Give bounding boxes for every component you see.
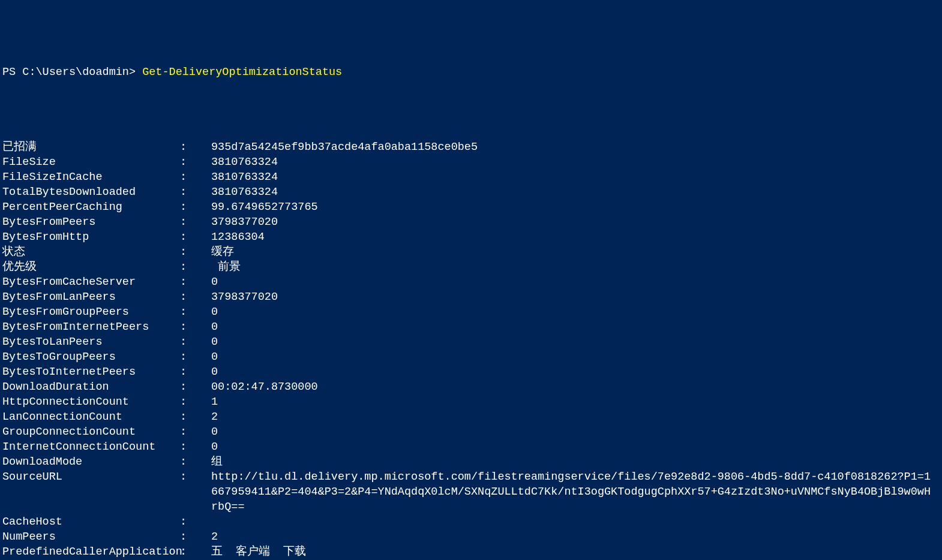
prompt-prefix: PS C:\Users\doadmin> xyxy=(2,65,142,80)
field-label: PredefinedCallerApplication xyxy=(2,544,180,559)
field-separator: : xyxy=(180,230,211,245)
field-separator: : xyxy=(180,514,211,529)
output-row: PercentPeerCaching: 99.6749652773765 xyxy=(2,200,940,215)
field-label: BytesToLanPeers xyxy=(2,335,180,350)
field-label: BytesFromHttp xyxy=(2,230,180,245)
output-row: HttpConnectionCount: 1 xyxy=(2,395,940,410)
field-value: 00:02:47.8730000 xyxy=(211,380,940,395)
field-value: 3810763324 xyxy=(211,170,940,185)
output-row: 已招满: 935d7a54245ef9bb37acde4afa0aba1158c… xyxy=(2,140,940,155)
field-value: 935d7a54245ef9bb37acde4afa0aba1158ce0be5 xyxy=(211,140,940,155)
field-value: 0 xyxy=(211,305,940,320)
field-label: BytesFromGroupPeers xyxy=(2,305,180,320)
field-label: 已招满 xyxy=(2,140,180,155)
field-value: 2 xyxy=(211,529,940,544)
field-label: BytesToGroupPeers xyxy=(2,350,180,365)
output-row: FileSizeInCache: 3810763324 xyxy=(2,170,940,185)
field-separator: : xyxy=(180,305,211,320)
field-value: 0 xyxy=(211,424,940,439)
output-row: InternetConnectionCount: 0 xyxy=(2,439,940,454)
field-label: HttpConnectionCount xyxy=(2,395,180,410)
field-value: 3810763324 xyxy=(211,185,940,200)
output-row: DownloadMode: 组 xyxy=(2,454,940,469)
field-separator: : xyxy=(180,529,211,544)
field-value: 3798377020 xyxy=(211,290,940,305)
field-label: CacheHost xyxy=(2,514,180,529)
field-label: TotalBytesDownloaded xyxy=(2,185,180,200)
output-spacer xyxy=(2,95,940,125)
field-value: 前景 xyxy=(211,260,940,275)
field-label: InternetConnectionCount xyxy=(2,439,180,454)
field-label: FileSizeInCache xyxy=(2,170,180,185)
output-row: BytesFromPeers: 3798377020 xyxy=(2,215,940,230)
output-row: SourceURL: http://tlu.dl.delivery.mp.mic… xyxy=(2,469,940,514)
output-row: 优先级: 前景 xyxy=(2,260,940,275)
field-value: 0 xyxy=(211,275,940,290)
field-separator: : xyxy=(180,469,211,484)
field-label: 状态 xyxy=(2,245,180,260)
field-separator: : xyxy=(180,140,211,155)
field-label: BytesFromPeers xyxy=(2,215,180,230)
output-row: BytesFromInternetPeers: 0 xyxy=(2,320,940,335)
field-separator: : xyxy=(180,275,211,290)
field-value: 0 xyxy=(211,365,940,380)
output-row: FileSize: 3810763324 xyxy=(2,155,940,170)
output-row: BytesToLanPeers: 0 xyxy=(2,335,940,350)
output-row: BytesFromGroupPeers: 0 xyxy=(2,305,940,320)
output-row: 状态: 缓存 xyxy=(2,245,940,260)
field-value: 0 xyxy=(211,439,940,454)
field-separator: : xyxy=(180,350,211,365)
output-row: PredefinedCallerApplication: 五 客户端 下载 xyxy=(2,544,940,559)
field-label: DownloadDuration xyxy=(2,380,180,395)
output-row: TotalBytesDownloaded: 3810763324 xyxy=(2,185,940,200)
field-label: GroupConnectionCount xyxy=(2,424,180,439)
output-row: LanConnectionCount: 2 xyxy=(2,410,940,424)
field-label: PercentPeerCaching xyxy=(2,200,180,215)
field-label: FileSize xyxy=(2,155,180,170)
command-output: 已招满: 935d7a54245ef9bb37acde4afa0aba1158c… xyxy=(2,140,940,560)
field-separator: : xyxy=(180,245,211,260)
field-separator: : xyxy=(180,410,211,424)
field-separator: : xyxy=(180,365,211,380)
field-separator: : xyxy=(180,155,211,170)
field-label: BytesFromLanPeers xyxy=(2,290,180,305)
field-separator: : xyxy=(180,395,211,410)
field-separator: : xyxy=(180,544,211,559)
field-value: 0 xyxy=(211,320,940,335)
field-value: http://tlu.dl.delivery.mp.microsoft.com/… xyxy=(211,469,940,514)
prompt-command: Get-DeliveryOptimizationStatus xyxy=(142,65,342,80)
field-value: 3798377020 xyxy=(211,215,940,230)
field-value: 五 客户端 下载 xyxy=(211,544,940,559)
field-label: DownloadMode xyxy=(2,454,180,469)
output-row: NumPeers: 2 xyxy=(2,529,940,544)
output-row: CacheHost: xyxy=(2,514,940,529)
field-value: 组 xyxy=(211,454,940,469)
field-separator: : xyxy=(180,215,211,230)
field-separator: : xyxy=(180,335,211,350)
output-row: BytesFromHttp: 12386304 xyxy=(2,230,940,245)
output-row: BytesToGroupPeers: 0 xyxy=(2,350,940,365)
field-value: 2 xyxy=(211,410,940,424)
field-label: BytesToInternetPeers xyxy=(2,365,180,380)
field-label: LanConnectionCount xyxy=(2,410,180,424)
field-separator: : xyxy=(180,454,211,469)
field-separator: : xyxy=(180,170,211,185)
field-value: 0 xyxy=(211,335,940,350)
field-value: 1 xyxy=(211,395,940,410)
field-label: BytesFromInternetPeers xyxy=(2,320,180,335)
field-label: SourceURL xyxy=(2,469,180,484)
field-separator: : xyxy=(180,439,211,454)
output-row: DownloadDuration: 00:02:47.8730000 xyxy=(2,380,940,395)
field-label: 优先级 xyxy=(2,260,180,275)
field-separator: : xyxy=(180,200,211,215)
field-value: 3810763324 xyxy=(211,155,940,170)
output-row: BytesFromLanPeers: 3798377020 xyxy=(2,290,940,305)
field-separator: : xyxy=(180,320,211,335)
field-label: BytesFromCacheServer xyxy=(2,275,180,290)
field-value: 缓存 xyxy=(211,245,940,260)
field-separator: : xyxy=(180,185,211,200)
field-separator: : xyxy=(180,290,211,305)
field-value: 12386304 xyxy=(211,230,940,245)
field-value: 99.6749652773765 xyxy=(211,200,940,215)
prompt-line[interactable]: PS C:\Users\doadmin> Get-DeliveryOptimiz… xyxy=(2,65,940,80)
